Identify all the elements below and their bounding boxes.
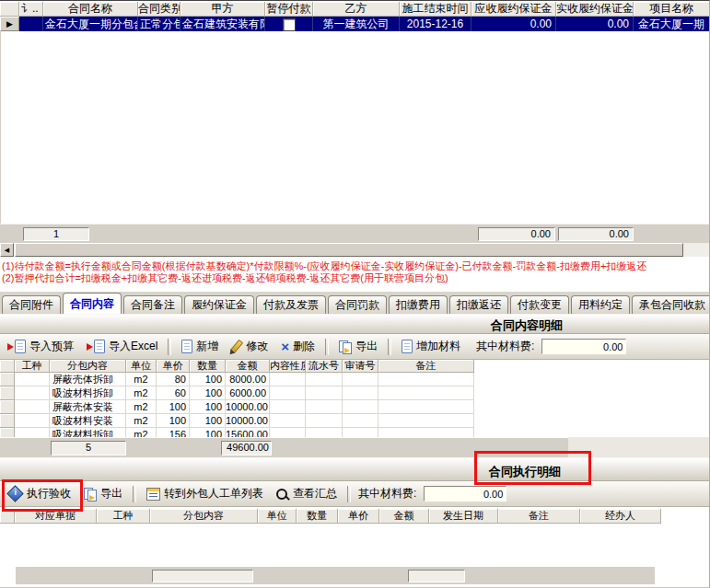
cell-apply[interactable] [343,414,378,428]
add-button[interactable]: 新增 [179,337,221,356]
tab-withheld-returns[interactable]: 扣缴返还 [449,295,508,314]
add-material-button[interactable]: 增加材料 [399,337,463,356]
row-selector[interactable] [0,373,15,386]
cell-job[interactable] [15,428,50,437]
col-amount[interactable]: 金额 [379,509,429,524]
horizontal-scrollbar[interactable]: ◀ [0,243,710,257]
goto-outsourcing-list-button[interactable]: 转到外包人工单列表 [144,484,266,503]
exec-export-button[interactable]: 导出 [81,484,125,503]
scrollbar-thumb[interactable] [15,243,683,257]
col-apply-no[interactable]: 审请号 [343,360,378,373]
cell-job[interactable] [15,373,50,386]
col-amount[interactable]: 金额 [226,360,270,373]
row-selector[interactable] [0,428,15,437]
cell-unit[interactable]: m2 [126,414,157,428]
col-unit-price[interactable]: 单价 [157,360,190,373]
row-selector[interactable] [0,414,15,428]
import-excel-button[interactable]: 导入Excel [84,337,160,356]
cell-serial[interactable] [306,400,343,414]
col-remark[interactable]: 备注 [498,509,580,524]
cell-amount[interactable]: 8000.00 [226,373,270,386]
cell-job[interactable] [15,400,50,414]
modify-button[interactable]: 修改 [228,337,271,356]
import-budget-button[interactable]: 导入预算 [5,337,76,356]
cell-amount[interactable]: 15600.00 [226,428,270,437]
tab-contract-attachments[interactable]: 合同附件 [2,295,61,314]
cell-apply[interactable] [343,400,378,414]
col-unit-price[interactable]: 单价 [338,509,379,524]
tab-payment-changes[interactable]: 付款变更 [510,295,569,314]
content-row-2[interactable]: 吸波材料拆卸 m2 60 100 6000.00 [0,386,474,400]
contract-row-selected[interactable]: ▶ 金石大厦一期分包合同 正常分包 金石建筑安装有限 第一建筑公司 2015-1… [0,17,710,31]
material-fee-input[interactable] [541,339,626,354]
col-occur-date[interactable]: 发生日期 [429,509,498,524]
column-header-receivable-deposit[interactable]: 应收履约保证金 [471,2,556,17]
cell-content[interactable]: 吸波材料拆卸 [50,386,126,400]
cell-nature[interactable] [270,428,306,437]
cell-remark[interactable] [378,386,474,400]
tab-material-agreement[interactable]: 用料约定 [571,295,630,314]
cell-serial[interactable] [306,386,343,400]
col-subcontract-content[interactable]: 分包内容 [150,509,258,524]
pause-payment-checkbox[interactable] [283,18,296,31]
cell-apply[interactable] [343,386,378,400]
exec-material-fee-input[interactable] [424,486,506,502]
cell-content[interactable]: 屏蔽壳体拆卸 [50,373,126,386]
cell-contract-type[interactable]: 正常分包 [138,17,180,31]
column-header-received-deposit[interactable]: 实收履约保证金 [556,2,634,17]
content-row-4[interactable]: 吸波材料安装 m2 100 100 10000.00 [0,414,474,428]
tab-payment-invoice[interactable]: 付款及发票 [256,295,326,314]
column-header-party-a[interactable]: 甲方 [180,2,265,17]
col-job-type[interactable]: 工种 [97,509,150,524]
column-header-pause-payment[interactable]: 暂停付款 [265,2,313,17]
col-quantity[interactable]: 数量 [190,360,226,373]
cell-amount[interactable]: 10000.00 [226,400,270,414]
column-header-contract-name[interactable]: 合同名称 [43,2,138,17]
tab-withheld-fees[interactable]: 扣缴费用 [389,295,448,314]
cell-content[interactable]: 吸波材料安装 [50,414,126,428]
cell-serial[interactable] [306,414,343,428]
export-button[interactable]: 导出 [336,337,380,356]
col-unit[interactable]: 单位 [126,360,157,373]
cell-remark[interactable] [378,428,474,437]
col-job-type[interactable]: 工种 [15,360,50,373]
column-header-party-b[interactable]: 乙方 [313,2,400,17]
tab-contract-penalty[interactable]: 合同罚款 [328,295,387,314]
cell-party-b[interactable]: 第一建筑公司 [313,17,400,31]
cell-price[interactable]: 100 [157,414,190,428]
cell-price[interactable]: 100 [157,400,190,414]
content-row-3[interactable]: 屏蔽壳体安装 m2 100 100 10000.00 [0,400,474,414]
column-header-contract-type[interactable]: 合同类别 [138,2,180,17]
cell-receivable-deposit[interactable]: 0.00 [471,17,556,31]
column-header-end-date[interactable]: 施工结束时间 [400,2,471,17]
cell-price[interactable]: 80 [157,373,190,386]
col-serial-no[interactable]: 流水号 [306,360,343,373]
cell-contract-name[interactable]: 金石大厦一期分包合同 [43,17,138,31]
col-remark[interactable]: 备注 [378,360,474,373]
cell-amount[interactable]: 6000.00 [226,386,270,400]
row-selector[interactable] [0,400,15,414]
view-summary-button[interactable]: 查看汇总 [274,484,340,503]
cell-remark[interactable] [378,414,474,428]
col-content-nature[interactable]: 内容性质 [270,360,306,373]
col-unit[interactable]: 单位 [258,509,297,524]
cell-serial[interactable] [306,373,343,386]
cell-serial[interactable] [306,428,343,437]
tab-performance-deposit[interactable]: 履约保证金 [184,295,254,314]
content-row-1[interactable]: 屏蔽壳体拆卸 m2 80 100 8000.00 [0,373,474,386]
cell-nature[interactable] [270,373,306,386]
column-header-project-name[interactable]: 项目名称 [634,2,710,17]
cell-qty[interactable]: 100 [190,373,226,386]
cell-unit[interactable]: m2 [126,386,157,400]
cell-content[interactable]: 吸波材料拆卸 [50,428,126,437]
scroll-left-icon[interactable]: ◀ [0,243,14,257]
cell-content[interactable]: 屏蔽壳体安装 [50,400,126,414]
cell-unit[interactable]: m2 [126,428,157,437]
col-subcontract-content[interactable]: 分包内容 [50,360,126,373]
cell-nature[interactable] [270,414,306,428]
tab-contract-content[interactable]: 合同内容 [63,293,122,314]
cell-apply[interactable] [343,428,378,437]
tab-contract-remarks[interactable]: 合同备注 [123,295,182,314]
cell-received-deposit[interactable]: 0.00 [556,17,634,31]
tab-contract-receipts[interactable]: 承包合同收款 [632,295,710,314]
